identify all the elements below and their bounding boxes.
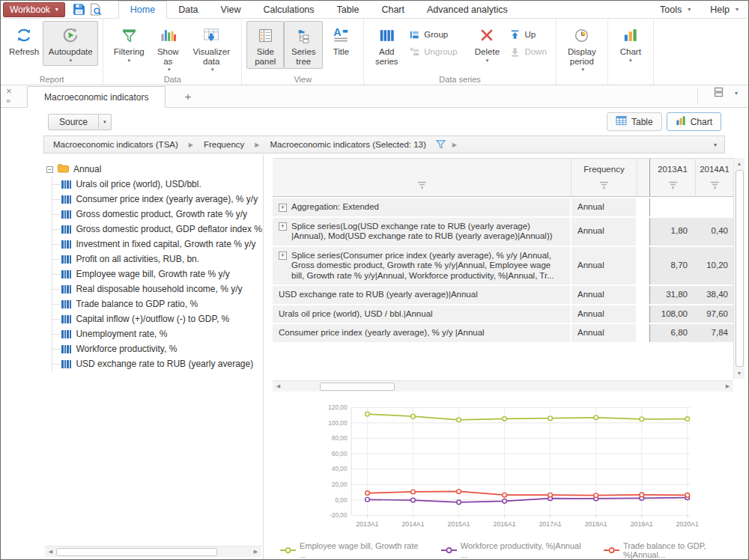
- value-cell-2013A1[interactable]: 31,80: [649, 286, 696, 304]
- chevron-down-icon[interactable]: ▾: [714, 141, 718, 148]
- value-cell-2014A1[interactable]: 10,20: [696, 247, 733, 285]
- expand-box-icon[interactable]: +: [279, 222, 287, 231]
- display-period-button[interactable]: Display period▾: [561, 21, 603, 75]
- tree-item[interactable]: Real disposable household income, % y/y: [52, 281, 263, 296]
- table-row[interactable]: Urals oil price (world), USD / bbl.|Annu…: [273, 305, 733, 323]
- frequency-cell[interactable]: Annual: [571, 218, 637, 246]
- layout-icon[interactable]: [713, 87, 724, 100]
- tree-item[interactable]: Profit on all activities, RUB, bn.: [52, 252, 263, 267]
- show-as-button[interactable]: Show as▾: [150, 21, 186, 75]
- scroll-right-icon[interactable]: ▶: [722, 381, 733, 392]
- side-panel-button[interactable]: Side panel: [246, 21, 284, 69]
- menu-item-tools[interactable]: Tools ▾: [650, 4, 700, 15]
- expand-box-icon[interactable]: +: [279, 252, 287, 260]
- series-name-cell[interactable]: +Splice series(Consumer price index (yea…: [273, 247, 571, 285]
- visualizer-data-button[interactable]: Visualizer data▾: [186, 21, 237, 75]
- tree-item[interactable]: Urals oil price (world), USD/bbl.: [52, 177, 263, 192]
- table-row[interactable]: +Splice series(Consumer price index (yea…: [273, 247, 733, 285]
- tree-item[interactable]: Capital inflow (+)/outflow (-) to GDP, %: [52, 311, 263, 326]
- ungroup-button[interactable]: Ungroup: [406, 44, 460, 59]
- value-cell-2013A1[interactable]: 108,00: [649, 305, 696, 323]
- down-button[interactable]: Down: [506, 44, 549, 59]
- series-name-cell[interactable]: Consumer price index (yearly average), %…: [273, 324, 571, 342]
- menu-item-help[interactable]: Help ▾: [700, 4, 748, 15]
- table-horizontal-scrollbar[interactable]: ◀ ▶: [273, 380, 733, 392]
- source-button[interactable]: Source: [48, 114, 99, 130]
- tree-item[interactable]: Workforce productivity, %: [52, 341, 263, 356]
- scroll-left-icon[interactable]: ◀: [45, 547, 56, 558]
- menu-item-home[interactable]: Home: [118, 1, 167, 19]
- workbook-menu-button[interactable]: Workbook ▾: [3, 2, 65, 17]
- source-dropdown-button[interactable]: ▾: [99, 114, 112, 130]
- chart-view-button[interactable]: Chart: [667, 112, 721, 131]
- table-row[interactable]: +Aggregation: ExtendedAnnual: [273, 198, 733, 216]
- value-cell-2014A1[interactable]: 7,84: [696, 324, 733, 342]
- chevron-down-icon[interactable]: ▾: [735, 90, 738, 97]
- up-button[interactable]: Up: [506, 27, 549, 42]
- scroll-left-icon[interactable]: ◀: [273, 381, 284, 392]
- legend-item[interactable]: Trade balance to GDP, %|Annual...: [604, 541, 745, 559]
- header-cell-2013A1[interactable]: 2013A1: [649, 159, 696, 196]
- frequency-cell[interactable]: Annual: [571, 247, 637, 285]
- scrollbar-thumb[interactable]: [320, 383, 395, 391]
- tree-item[interactable]: USD exchange rate to RUB (yearly average…: [52, 356, 263, 371]
- table-row[interactable]: USD exchange rate to RUB (yearly average…: [273, 286, 733, 304]
- tree-item[interactable]: Investment in fixed capital, Growth rate…: [52, 237, 263, 252]
- filter-icon[interactable]: [435, 139, 446, 150]
- filter-icon[interactable]: [417, 181, 427, 191]
- series-name-cell[interactable]: Urals oil price (world), USD / bbl.|Annu…: [273, 305, 571, 323]
- legend-item[interactable]: Employee wage bill, Growth rate ...: [280, 541, 422, 559]
- tree-item[interactable]: Unemployment rate, %: [52, 326, 263, 341]
- scroll-up-icon[interactable]: ▲: [734, 158, 745, 169]
- table-view-button[interactable]: Table: [607, 112, 662, 131]
- print-preview-icon[interactable]: [89, 3, 102, 16]
- filter-icon[interactable]: [599, 181, 609, 191]
- value-cell-2013A1[interactable]: 6,80: [649, 324, 696, 342]
- tree-item[interactable]: Trade balance to GDP ratio, %: [52, 296, 263, 311]
- value-cell-2013A1[interactable]: 8,70: [649, 247, 696, 285]
- breadcrumb-item[interactable]: Macroeconomic indicators (TSA): [50, 140, 181, 149]
- value-cell-2014A1[interactable]: 97,60: [696, 305, 733, 323]
- frequency-cell[interactable]: Annual: [571, 286, 637, 304]
- scroll-down-icon[interactable]: ▼: [734, 368, 745, 379]
- table-row[interactable]: Consumer price index (yearly average), %…: [273, 324, 733, 342]
- table-row[interactable]: +Splice series(Log(USD exchange rate to …: [273, 218, 733, 246]
- menu-item-table[interactable]: Table: [326, 1, 371, 18]
- tree-root-annual[interactable]: − Annual: [46, 162, 263, 177]
- close-icon[interactable]: ×: [6, 86, 12, 96]
- menu-item-advanced-analytics[interactable]: Advanced analytics: [416, 1, 519, 18]
- frequency-cell[interactable]: Annual: [571, 305, 637, 323]
- value-cell-2014A1[interactable]: 0,40: [696, 218, 733, 246]
- scrollbar-thumb[interactable]: [736, 170, 744, 367]
- breadcrumb-item[interactable]: Macroeconomic indicators (Selected: 13): [267, 140, 428, 149]
- scroll-right-icon[interactable]: ▶: [250, 547, 261, 558]
- tree-item[interactable]: Gross domestic product, GDP deflator ind…: [52, 222, 263, 237]
- tree-item[interactable]: Employee wage bill, Growth rate % y/y: [52, 267, 263, 281]
- filter-icon[interactable]: [710, 181, 720, 191]
- filtering-button[interactable]: Filtering ▾: [108, 21, 150, 66]
- add-tab-button[interactable]: +: [166, 90, 210, 107]
- expand-box-icon[interactable]: +: [279, 204, 287, 212]
- tree-item[interactable]: Gross domestic product, Growth rate % y/…: [52, 207, 263, 222]
- menu-item-data[interactable]: Data: [167, 1, 209, 18]
- series-name-cell[interactable]: +Aggregation: Extended: [273, 198, 571, 216]
- save-icon[interactable]: [73, 3, 85, 16]
- header-cell-2014A1[interactable]: 2014A1: [696, 159, 733, 196]
- header-cell-series[interactable]: [273, 159, 571, 196]
- group-button[interactable]: Group: [406, 27, 460, 42]
- frequency-cell[interactable]: Annual: [571, 324, 637, 342]
- tree-item[interactable]: Consumer price index (yearly average), %…: [52, 192, 263, 207]
- filter-icon[interactable]: [668, 181, 678, 191]
- header-cell-frequency[interactable]: Frequency: [571, 159, 637, 196]
- menu-item-calculations[interactable]: Calculations: [252, 1, 325, 18]
- value-cell-2014A1[interactable]: 38,40: [696, 286, 733, 304]
- chart-ribbon-button[interactable]: Chart ▾: [613, 21, 649, 66]
- menu-item-chart[interactable]: Chart: [370, 1, 416, 18]
- menu-item-view[interactable]: View: [210, 1, 252, 18]
- value-cell-2014A1[interactable]: [696, 198, 733, 216]
- value-cell-2013A1[interactable]: 1,80: [649, 218, 696, 246]
- delete-button[interactable]: Delete ▾: [469, 21, 505, 66]
- series-name-cell[interactable]: +Splice series(Log(USD exchange rate to …: [273, 218, 571, 246]
- autoupdate-button[interactable]: Autoupdate ▾: [43, 21, 98, 66]
- value-cell-2013A1[interactable]: [649, 198, 696, 216]
